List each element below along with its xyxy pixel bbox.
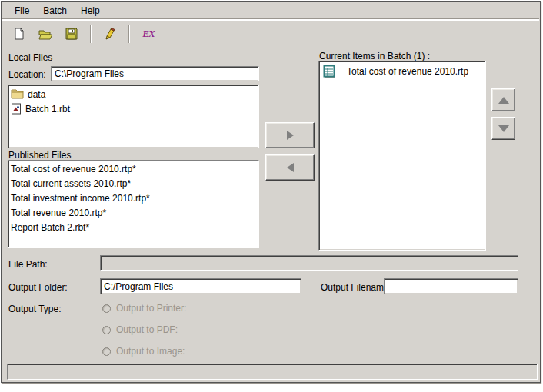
run-batch-button[interactable]: EX (139, 25, 158, 43)
location-label: Location: (8, 69, 46, 80)
radio-output-pdf[interactable]: Output to PDF: (102, 324, 178, 335)
published-files-list[interactable]: Total cost of revenue 2010.rtp* Total cu… (8, 160, 259, 248)
report-table-icon (323, 65, 337, 78)
new-document-icon (13, 28, 25, 40)
list-item-label: Batch 1.rbt (25, 104, 70, 115)
toolbar-separator (128, 25, 130, 43)
radio-output-printer[interactable]: Output to Printer: (102, 303, 186, 314)
batch-title: Current Items in Batch (1) : (319, 51, 430, 61)
radio-icon (102, 347, 111, 356)
toolbar-separator (90, 25, 92, 43)
application-window: File Batch Help (1, 1, 541, 383)
list-item[interactable]: Total cost of revenue 2010.rtp* (8, 162, 258, 177)
status-bar (7, 364, 538, 380)
folder-icon (11, 89, 24, 99)
list-item[interactable]: Batch 1.rbt (8, 101, 258, 116)
list-item-label: Total cost of revenue 2010.rtp (347, 66, 468, 77)
output-filename-label: Output Filename: (321, 282, 391, 293)
radio-icon (102, 326, 111, 334)
open-button[interactable] (36, 25, 55, 43)
move-down-button[interactable] (491, 117, 515, 140)
output-folder-label: Output Folder: (8, 282, 68, 293)
down-arrow-icon (498, 125, 509, 132)
location-input[interactable] (51, 66, 259, 81)
menu-file[interactable]: File (8, 4, 35, 18)
radio-label: Output to PDF: (116, 324, 178, 335)
left-arrow-icon (287, 163, 294, 172)
add-to-batch-button[interactable] (265, 122, 315, 148)
local-files-title: Local Files (8, 52, 52, 63)
save-button[interactable] (62, 25, 81, 43)
edit-button[interactable] (101, 25, 119, 43)
file-path-field (100, 255, 518, 271)
list-item[interactable]: data (8, 87, 258, 101)
radio-label: Output to Image: (116, 346, 185, 357)
list-item[interactable]: Total current assets 2010.rtp* (8, 177, 258, 191)
file-path-label: File Path: (8, 259, 48, 270)
radio-icon (102, 304, 111, 313)
new-document-button[interactable] (10, 25, 28, 43)
output-type-label: Output Type: (8, 304, 62, 314)
radio-label: Output to Printer: (116, 303, 186, 314)
list-item[interactable]: Total cost of revenue 2010.rtp (319, 61, 485, 78)
output-filename-input[interactable] (384, 278, 518, 294)
run-batch-icon: EX (142, 28, 154, 40)
menu-help[interactable]: Help (75, 4, 106, 18)
remove-from-batch-button[interactable] (265, 154, 315, 181)
report-file-icon (11, 103, 22, 115)
open-folder-icon (38, 28, 53, 40)
menu-batch[interactable]: Batch (37, 4, 73, 18)
output-folder-input[interactable] (100, 278, 301, 294)
up-arrow-icon (498, 97, 509, 104)
right-arrow-icon (287, 131, 294, 140)
radio-output-image[interactable]: Output to Image: (102, 346, 185, 357)
save-icon (65, 28, 78, 40)
published-files-title: Published Files (8, 150, 71, 161)
edit-pencil-icon (105, 28, 116, 40)
list-item-label: data (28, 89, 45, 100)
list-item[interactable]: Total revenue 2010.rtp* (8, 206, 258, 221)
toolbar: EX (2, 20, 539, 48)
local-files-list[interactable]: data Batch 1.rbt (8, 85, 259, 148)
move-up-button[interactable] (491, 88, 515, 111)
list-item[interactable]: Report Batch 2.rbt* (8, 221, 258, 235)
menubar: File Batch Help (2, 2, 539, 19)
list-item[interactable]: Total investment income 2010.rtp* (8, 191, 258, 206)
batch-items-list[interactable]: Total cost of revenue 2010.rtp (318, 61, 486, 251)
